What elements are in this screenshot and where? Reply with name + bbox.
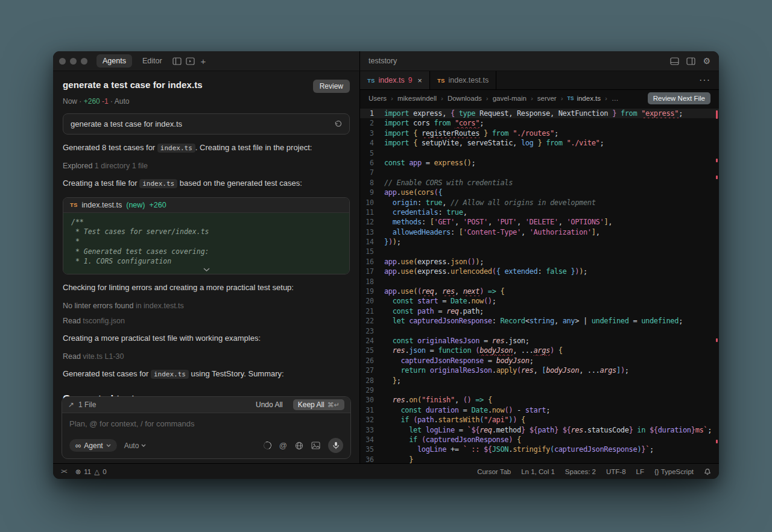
- code-line[interactable]: 26 capturedJsonResponse = bodyJson;: [360, 356, 719, 366]
- tab-editor[interactable]: Editor: [136, 54, 168, 68]
- breadcrumb-dir[interactable]: Users: [369, 95, 387, 102]
- settings-gear-icon[interactable]: ⚙: [703, 56, 710, 66]
- prompt-input[interactable]: Plan, @ for context, / for commands ∞ Ag…: [62, 413, 350, 458]
- model-dropdown[interactable]: Auto: [124, 442, 147, 450]
- code-line[interactable]: 14}));: [360, 237, 719, 247]
- editor-tab-index.test.ts[interactable]: TSindex.test.ts: [430, 71, 496, 89]
- code-line[interactable]: 30 res.on("finish", () => {: [360, 395, 719, 405]
- code-token: ): [393, 238, 397, 246]
- code-line[interactable]: 9app.use(cors({: [360, 188, 719, 197]
- minimize-window-button[interactable]: [70, 58, 77, 65]
- review-next-file-button[interactable]: Review Next File: [648, 92, 710, 104]
- breadcrumb-dir[interactable]: gavel-main: [493, 95, 527, 102]
- breadcrumb-symbol-trail[interactable]: …: [612, 95, 619, 102]
- status-item[interactable]: Ln 1, Col 1: [521, 468, 555, 475]
- code-line[interactable]: 27 return originalResJson.apply(res, [bo…: [360, 366, 719, 375]
- changed-files-bar[interactable]: ↗ 1 File Undo All Keep All ⌘↵: [62, 397, 350, 413]
- status-item[interactable]: {} TypeScript: [654, 468, 694, 475]
- code-token: ,: [596, 228, 600, 236]
- code-line[interactable]: 19app.use((req, res, next) => {: [360, 287, 719, 296]
- breadcrumb-separator: ›: [531, 95, 533, 102]
- new-agent-tab-button[interactable]: +: [199, 56, 208, 66]
- close-tab-icon[interactable]: ×: [417, 76, 422, 85]
- code-line[interactable]: 34 if (capturedJsonResponse) {: [360, 435, 719, 445]
- layout-sidebar-icon[interactable]: [172, 57, 182, 65]
- code-line[interactable]: 13 allowedHeaders: ['Content-Type', 'Aut…: [360, 227, 719, 237]
- code-line[interactable]: 20 const start = Date.now();: [360, 296, 719, 306]
- close-window-button[interactable]: [59, 58, 66, 65]
- problems-indicator[interactable]: ⊗ 11 △ 0: [75, 467, 107, 476]
- bell-icon[interactable]: [704, 467, 711, 475]
- status-item[interactable]: Cursor Tab: [477, 468, 511, 475]
- code-line[interactable]: 1import express, { type Request, Respons…: [360, 109, 719, 118]
- code-token: ,: [455, 287, 463, 296]
- file-diff-card-header[interactable]: TSindex.test.ts(new)+260: [63, 198, 349, 213]
- code-token: Request, Response, NextFunction: [475, 109, 612, 118]
- line-number: 13: [360, 227, 384, 237]
- editor-tab-index.ts[interactable]: TSindex.ts9×: [360, 71, 430, 89]
- code-line[interactable]: 6const app = express();: [360, 158, 719, 168]
- code-line[interactable]: 11 credentials: true,: [360, 207, 719, 217]
- breadcrumb-file[interactable]: TSindex.ts: [568, 95, 601, 102]
- code-line[interactable]: 10 origin: true, // Allow all origins in…: [360, 198, 719, 207]
- agent-mode-dropdown[interactable]: ∞ Agent: [69, 439, 117, 452]
- more-actions-icon[interactable]: ···: [691, 75, 719, 86]
- tab-agents[interactable]: Agents: [96, 54, 132, 68]
- status-item[interactable]: Spaces: 2: [565, 468, 596, 475]
- code-line[interactable]: 33 let logLine = `${req.method} ${path} …: [360, 425, 719, 435]
- code-line[interactable]: 32 if (path.startsWith("/api")) {: [360, 415, 719, 425]
- undo-all-button[interactable]: Undo All: [256, 401, 283, 409]
- code-line[interactable]: 24 const originalResJson = res.json;: [360, 336, 719, 346]
- code-line[interactable]: 21 const path = req.path;: [360, 306, 719, 316]
- breadcrumb-dir[interactable]: mikeswindell: [397, 95, 437, 102]
- code-line[interactable]: 5: [360, 148, 719, 158]
- toggle-panel-icon[interactable]: [670, 57, 679, 65]
- breadcrumb-dir[interactable]: Downloads: [448, 95, 482, 102]
- mention-icon[interactable]: @: [279, 441, 287, 450]
- code-line[interactable]: 4import { setupVite, serveStatic, log } …: [360, 138, 719, 148]
- keep-all-button[interactable]: Keep All ⌘↵: [293, 399, 344, 410]
- code-line[interactable]: 17app.use(express.urlencoded({ extended:…: [360, 267, 719, 276]
- remote-indicator-icon[interactable]: ><: [61, 468, 67, 475]
- user-prompt-box[interactable]: generate a test case for index.ts: [63, 113, 350, 135]
- chevron-down-icon: [106, 444, 111, 447]
- status-item[interactable]: LF: [636, 468, 644, 475]
- restore-checkpoint-icon[interactable]: [334, 121, 342, 128]
- code-line[interactable]: 29: [360, 385, 719, 395]
- code-line[interactable]: 3import { registerRoutes } from "./route…: [360, 128, 719, 138]
- code-line[interactable]: 16app.use(express.json());: [360, 257, 719, 267]
- code-token: [422, 426, 426, 434]
- breadcrumb-items[interactable]: Users›mikeswindell›Downloads›gavel-main›…: [369, 95, 618, 102]
- code-line[interactable]: 25 res.json = function (bodyJson, ...arg…: [360, 346, 719, 355]
- code-line[interactable]: 15: [360, 247, 719, 256]
- breadcrumb-dir[interactable]: server: [537, 95, 557, 102]
- code-token: return: [401, 366, 426, 375]
- code-token: .: [397, 287, 401, 296]
- code-line[interactable]: 28 };: [360, 376, 719, 385]
- window-controls[interactable]: [59, 58, 87, 65]
- web-search-icon[interactable]: [295, 442, 303, 450]
- code-line[interactable]: 2import cors from "cors";: [360, 118, 719, 128]
- code-editor[interactable]: 1import express, { type Request, Respons…: [360, 107, 719, 463]
- toggle-secondary-sidebar-icon[interactable]: [686, 57, 695, 65]
- code-token: "/api": [484, 416, 508, 424]
- code-token: (: [413, 287, 417, 296]
- microphone-button[interactable]: [328, 438, 343, 453]
- code-line[interactable]: 22 let capturedJsonResponse: Record<stri…: [360, 316, 719, 326]
- file-diff-card[interactable]: TSindex.test.ts(new)+260/** * Test cases…: [63, 197, 350, 275]
- code-line[interactable]: 35 logLine += ` :: ${JSON.stringify(capt…: [360, 445, 719, 454]
- zoom-window-button[interactable]: [81, 58, 87, 65]
- code-line[interactable]: 18: [360, 277, 719, 287]
- layout-panel-run-icon[interactable]: [186, 57, 195, 65]
- review-button[interactable]: Review: [313, 80, 350, 93]
- code-line[interactable]: 36 }: [360, 455, 719, 463]
- code-line[interactable]: 23: [360, 326, 719, 336]
- expand-files-icon[interactable]: ↗: [68, 401, 74, 409]
- code-line[interactable]: 31 const duration = Date.now() - start;: [360, 405, 719, 415]
- image-attach-icon[interactable]: [311, 442, 320, 449]
- status-item[interactable]: UTF-8: [606, 468, 626, 475]
- code-line[interactable]: 12 methods: ['GET', 'POST', 'PUT', 'DELE…: [360, 217, 719, 227]
- expand-diff-chevron-icon[interactable]: [63, 266, 349, 274]
- code-line[interactable]: 8// Enable CORS with credentials: [360, 178, 719, 188]
- code-line[interactable]: 7: [360, 168, 719, 177]
